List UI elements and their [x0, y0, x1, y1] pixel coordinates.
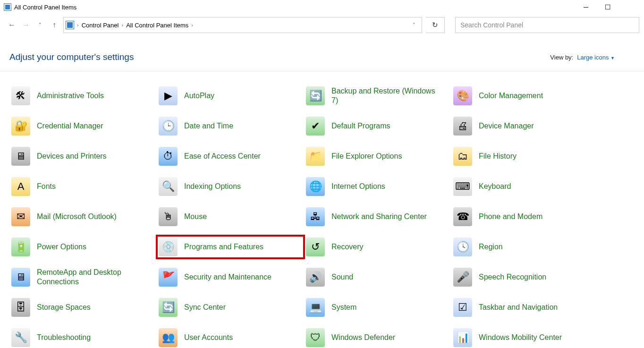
region-icon: 🕓: [453, 238, 472, 256]
control-panel-item-internet-options[interactable]: 🌐Internet Options: [304, 175, 451, 198]
control-panel-item-region[interactable]: 🕓Region: [451, 236, 599, 258]
search-input[interactable]: [460, 21, 634, 29]
date-and-time-icon: 🕒: [159, 117, 178, 136]
control-panel-item-autoplay[interactable]: ▶AutoPlay: [157, 85, 304, 107]
up-button[interactable]: ↑: [49, 20, 59, 30]
item-label: Credential Manager: [37, 121, 103, 131]
file-history-icon: 🗂: [453, 147, 472, 166]
item-label: Fonts: [37, 182, 56, 191]
header-strip: Adjust your computer's settings View by:…: [0, 38, 644, 71]
user-accounts-icon: 👥: [159, 328, 178, 347]
control-panel-item-device-manager[interactable]: 🖨Device Manager: [451, 115, 599, 137]
control-panel-item-system[interactable]: 💻System: [304, 296, 451, 319]
control-panel-item-user-accounts[interactable]: 👥User Accounts: [157, 326, 304, 348]
sync-center-icon: 🔄: [159, 298, 178, 317]
remoteapp-and-desktop-connections-icon: 🖥: [11, 268, 30, 287]
chevron-right-icon[interactable]: ›: [191, 22, 193, 28]
control-panel-item-programs-and-features[interactable]: 💿Programs and Features: [157, 236, 304, 258]
control-panel-item-devices-and-printers[interactable]: 🖥Devices and Printers: [9, 145, 157, 168]
backup-and-restore-windows-7-icon: 🔄: [306, 86, 325, 105]
item-label: Windows Mobility Center: [479, 333, 562, 342]
page-title: Adjust your computer's settings: [9, 52, 134, 62]
back-button[interactable]: ←: [7, 20, 17, 30]
control-panel-item-sound[interactable]: 🔊Sound: [304, 266, 451, 289]
control-panel-item-phone-and-modem[interactable]: ☎Phone and Modem: [451, 205, 599, 228]
windows-defender-icon: 🛡: [306, 328, 325, 347]
windows-mobility-center-icon: 📊: [453, 328, 472, 347]
control-panel-item-remoteapp-and-desktop-connections[interactable]: 🖥RemoteApp and Desktop Connections: [9, 266, 157, 289]
item-label: Default Programs: [331, 121, 390, 131]
item-label: Mouse: [184, 212, 207, 221]
network-and-sharing-center-icon: 🖧: [306, 207, 325, 226]
control-panel-item-file-history[interactable]: 🗂File History: [451, 145, 599, 168]
maximize-button[interactable]: ☐: [597, 0, 619, 14]
control-panel-item-date-and-time[interactable]: 🕒Date and Time: [157, 115, 304, 137]
control-panel-item-security-and-maintenance[interactable]: 🚩Security and Maintenance: [157, 266, 304, 289]
indexing-options-icon: 🔍: [159, 177, 178, 196]
internet-options-icon: 🌐: [306, 177, 325, 196]
speech-recognition-icon: 🎤: [453, 268, 472, 287]
control-panel-item-network-and-sharing-center[interactable]: 🖧Network and Sharing Center: [304, 205, 451, 228]
item-label: Sync Center: [184, 303, 226, 312]
refresh-button[interactable]: ↻: [426, 17, 445, 33]
window-title: All Control Panel Items: [14, 4, 76, 11]
control-panel-item-taskbar-and-navigation[interactable]: ☑Taskbar and Navigation: [451, 296, 599, 319]
item-label: Taskbar and Navigation: [479, 303, 558, 312]
control-panel-item-storage-spaces[interactable]: 🗄Storage Spaces: [9, 296, 157, 319]
control-panel-item-fonts[interactable]: AFonts: [9, 175, 157, 198]
recovery-icon: ↺: [306, 238, 325, 256]
control-panel-item-file-explorer-options[interactable]: 📁File Explorer Options: [304, 145, 451, 168]
fonts-icon: A: [11, 177, 30, 196]
control-panel-grid: 🛠Administrative Tools▶AutoPlay🔄Backup an…: [0, 71, 644, 348]
window-controls: ─ ☐: [575, 0, 640, 14]
control-panel-icon: [4, 3, 11, 11]
search-box[interactable]: [455, 17, 639, 33]
control-panel-item-windows-mobility-center[interactable]: 📊Windows Mobility Center: [451, 326, 599, 348]
control-panel-item-speech-recognition[interactable]: 🎤Speech Recognition: [451, 266, 599, 289]
control-panel-item-backup-and-restore-windows-7[interactable]: 🔄Backup and Restore (Windows 7): [304, 85, 451, 107]
color-management-icon: 🎨: [453, 86, 472, 105]
item-label: Keyboard: [479, 182, 511, 191]
control-panel-item-administrative-tools[interactable]: 🛠Administrative Tools: [9, 85, 157, 107]
control-panel-item-mouse[interactable]: 🖱Mouse: [157, 205, 304, 228]
close-button[interactable]: [619, 0, 640, 14]
control-panel-item-sync-center[interactable]: 🔄Sync Center: [157, 296, 304, 319]
breadcrumb-current[interactable]: All Control Panel Items: [126, 22, 188, 29]
forward-button[interactable]: →: [21, 20, 31, 30]
address-bar[interactable]: › Control Panel › All Control Panel Item…: [63, 17, 422, 33]
control-panel-item-indexing-options[interactable]: 🔍Indexing Options: [157, 175, 304, 198]
breadcrumb-root[interactable]: Control Panel: [82, 22, 119, 29]
chevron-right-icon[interactable]: ›: [121, 22, 123, 28]
item-label: Indexing Options: [184, 182, 241, 191]
control-panel-item-color-management[interactable]: 🎨Color Management: [451, 85, 599, 107]
item-label: Security and Maintenance: [184, 272, 271, 282]
file-explorer-options-icon: 📁: [306, 147, 325, 166]
item-label: Network and Sharing Center: [331, 212, 427, 221]
control-panel-item-default-programs[interactable]: ✔Default Programs: [304, 115, 451, 137]
chevron-right-icon[interactable]: ›: [77, 22, 79, 28]
control-panel-item-credential-manager[interactable]: 🔐Credential Manager: [9, 115, 157, 137]
control-panel-item-troubleshooting[interactable]: 🔧Troubleshooting: [9, 326, 157, 348]
item-label: AutoPlay: [184, 91, 214, 101]
view-by-dropdown[interactable]: Large icons ▼: [577, 54, 615, 61]
control-panel-item-windows-defender[interactable]: 🛡Windows Defender: [304, 326, 451, 348]
control-panel-item-keyboard[interactable]: ⌨Keyboard: [451, 175, 599, 198]
troubleshooting-icon: 🔧: [11, 328, 30, 347]
device-manager-icon: 🖨: [453, 117, 472, 136]
control-panel-item-ease-of-access-center[interactable]: ⏱Ease of Access Center: [157, 145, 304, 168]
item-label: Internet Options: [331, 182, 385, 191]
item-label: Region: [479, 242, 503, 252]
control-panel-item-mail-microsoft-outlook[interactable]: ✉Mail (Microsoft Outlook): [9, 205, 157, 228]
chevron-down-icon: ▼: [610, 56, 615, 60]
item-label: RemoteApp and Desktop Connections: [37, 268, 141, 287]
address-dropdown-button[interactable]: ˅: [408, 22, 420, 28]
view-by-label: View by:: [550, 54, 573, 61]
recent-locations-button[interactable]: ˅: [35, 20, 45, 30]
programs-and-features-icon: 💿: [159, 238, 178, 256]
control-panel-item-recovery[interactable]: ↺Recovery: [304, 236, 451, 258]
item-label: Storage Spaces: [37, 303, 91, 312]
item-label: Troubleshooting: [37, 333, 91, 342]
minimize-button[interactable]: ─: [575, 0, 597, 14]
control-panel-item-power-options[interactable]: 🔋Power Options: [9, 236, 157, 258]
sound-icon: 🔊: [306, 268, 325, 287]
